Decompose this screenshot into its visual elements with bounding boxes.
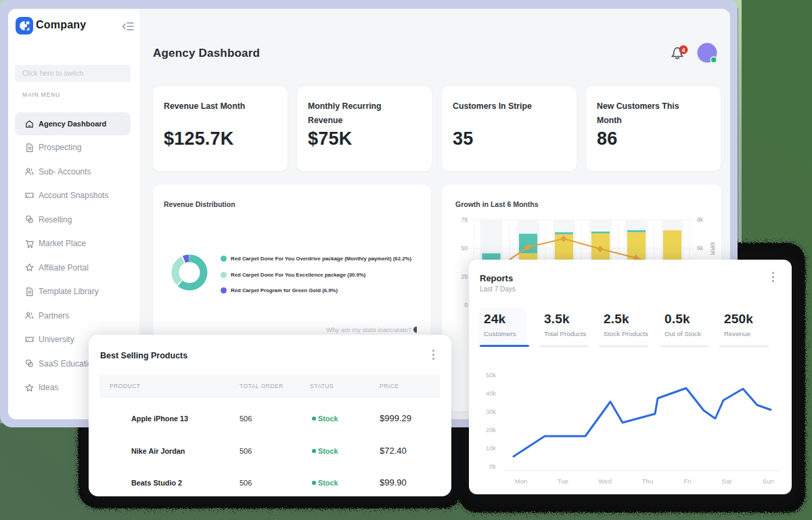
svg-text:Sat: Sat [722, 477, 732, 485]
svg-text:20k: 20k [486, 427, 496, 433]
svg-text:8k: 8k [697, 216, 704, 223]
svg-text:0k: 0k [489, 463, 496, 470]
svg-text:Fri: Fri [683, 477, 691, 485]
svg-text:30k: 30k [486, 408, 496, 415]
svg-text:10k: 10k [486, 445, 496, 452]
svg-text:50k: 50k [486, 372, 496, 379]
svg-text:4: 4 [681, 47, 685, 53]
svg-text:Wed: Wed [598, 477, 611, 485]
svg-text:Thu: Thu [642, 477, 653, 485]
svg-text:25: 25 [461, 273, 468, 280]
svg-text:Sun: Sun [763, 477, 774, 485]
svg-text:MRR: MRR [709, 242, 716, 255]
svg-text:40k: 40k [486, 390, 496, 397]
svg-text:50: 50 [461, 245, 468, 252]
svg-text:75: 75 [461, 216, 468, 223]
svg-text:Mon: Mon [515, 477, 527, 485]
svg-text:0: 0 [464, 302, 468, 308]
svg-text:6k: 6k [697, 245, 704, 252]
svg-text:Tue: Tue [558, 477, 568, 485]
